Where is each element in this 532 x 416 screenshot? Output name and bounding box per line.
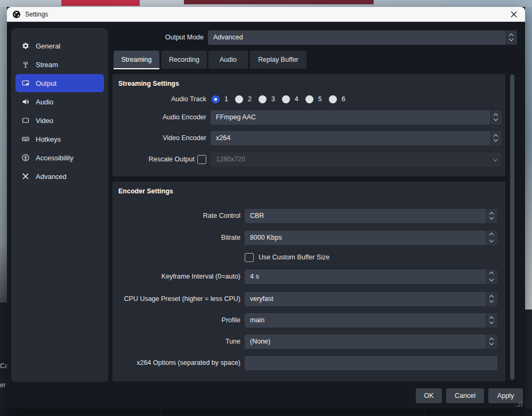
keyframe-interval-value: 4 s — [250, 270, 482, 284]
rate-control-label: Rate Control — [112, 209, 240, 223]
tune-label: Tune — [112, 335, 240, 349]
chevron-updown-icon[interactable] — [506, 30, 517, 45]
sidebar-item-label: Output — [36, 79, 57, 87]
spinner-arrows-icon[interactable] — [486, 270, 497, 284]
radio-label: 1 — [224, 95, 228, 103]
sidebar-item-label: Audio — [36, 98, 53, 106]
background-text-fragment: Ca — [0, 362, 7, 370]
sidebar-item-label: Accessibility — [36, 154, 74, 162]
chevron-updown-icon[interactable] — [490, 110, 502, 125]
resize-grip[interactable] — [517, 401, 523, 407]
radio-track-1[interactable] — [212, 95, 220, 103]
radio-label: 4 — [295, 95, 299, 103]
audio-encoder-value: FFmpeg AAC — [216, 110, 487, 125]
output-display-icon — [21, 78, 30, 88]
tab-audio[interactable]: Audio — [208, 51, 248, 69]
sidebar-item-video[interactable]: Video — [15, 111, 104, 129]
divider — [424, 409, 424, 416]
sidebar-item-label: General — [36, 42, 60, 50]
chevron-updown-icon[interactable] — [486, 335, 497, 349]
chevron-updown-icon[interactable] — [490, 131, 502, 145]
cancel-button[interactable]: Cancel — [446, 388, 484, 403]
background-window-left: Ca er — [0, 303, 7, 416]
tune-select[interactable]: (None) — [245, 335, 497, 349]
video-encoder-label: Video Encoder — [112, 131, 206, 145]
close-icon[interactable] — [508, 9, 520, 20]
streaming-settings-group: Streaming Settings Audio Track 1 2 3 4 5… — [112, 74, 505, 176]
radio-track-2[interactable] — [235, 95, 243, 103]
background-window-red-bar — [61, 0, 140, 6]
radio-label: 2 — [248, 95, 252, 103]
tune-value: (None) — [250, 335, 482, 349]
tools-icon — [21, 172, 30, 181]
background-text-fragment: er — [0, 381, 6, 389]
keyboard-icon — [21, 134, 30, 144]
video-encoder-select[interactable]: x264 — [211, 131, 502, 145]
bitrate-value: 8000 Kbps — [250, 231, 482, 245]
radio-track-6[interactable] — [329, 95, 337, 103]
x264-options-label: x264 Options (separated by space) — [112, 356, 240, 370]
radio-track-3[interactable] — [259, 95, 267, 103]
spinner-arrows-icon[interactable] — [486, 231, 497, 245]
rescale-output-label: Rescale Output — [112, 152, 195, 167]
tab-streaming[interactable]: Streaming — [114, 51, 159, 69]
x264-options-input[interactable] — [245, 356, 497, 370]
profile-value: main — [250, 313, 482, 328]
chevron-updown-icon[interactable] — [486, 209, 497, 223]
tab-recording[interactable]: Recording — [162, 51, 207, 69]
radio-label: 6 — [342, 95, 345, 103]
tab-replay-buffer[interactable]: Replay Buffer — [250, 51, 307, 69]
sidebar-item-output[interactable]: Output — [15, 74, 104, 92]
chevron-updown-icon[interactable] — [486, 292, 497, 306]
background-window-maroon-bar — [184, 0, 374, 4]
radio-track-4[interactable] — [282, 95, 290, 103]
audio-encoder-label: Audio Encoder — [112, 110, 206, 125]
profile-select[interactable]: main — [245, 313, 497, 328]
chevron-updown-icon[interactable] — [486, 313, 497, 328]
sidebar-item-label: Video — [36, 117, 53, 125]
sidebar-item-stream[interactable]: Stream — [15, 55, 104, 74]
bitrate-label: Bitrate — [112, 231, 240, 245]
video-encoder-value: x264 — [216, 131, 487, 145]
sidebar-item-audio[interactable]: Audio — [15, 93, 104, 111]
use-custom-buffer-checkbox[interactable] — [245, 253, 254, 262]
radio-track-5[interactable] — [305, 95, 313, 103]
audio-encoder-select[interactable]: FFmpeg AAC — [211, 110, 502, 125]
settings-sidebar: General Stream Output — [11, 28, 108, 382]
output-mode-label: Output Mode — [112, 30, 204, 45]
background-window-right — [525, 309, 532, 416]
sidebar-item-general[interactable]: General — [15, 37, 104, 55]
rescale-resolution-select: 1280x720 — [211, 152, 502, 167]
sidebar-item-label: Advanced — [36, 173, 67, 181]
background-window-bottom — [0, 409, 532, 416]
settings-body: General Stream Output — [7, 22, 525, 409]
rate-control-select[interactable]: CBR — [245, 209, 497, 223]
audio-track-label: Audio Track — [112, 92, 206, 106]
group-title: Streaming Settings — [118, 80, 179, 87]
output-mode-value: Advanced — [213, 30, 502, 45]
group-title: Encoder Settings — [118, 187, 173, 195]
chevron-down-icon — [490, 152, 502, 167]
antenna-icon — [21, 60, 30, 69]
keyframe-interval-spinbox[interactable]: 4 s — [245, 270, 497, 284]
ok-button[interactable]: OK — [416, 388, 442, 403]
sidebar-item-label: Stream — [36, 61, 58, 69]
profile-label: Profile — [112, 313, 240, 328]
desktop-background-right — [525, 7, 532, 309]
bitrate-spinbox[interactable]: 8000 Kbps — [245, 231, 497, 245]
window-title: Settings — [25, 11, 48, 18]
audio-track-radios: 1 2 3 4 5 6 — [212, 92, 348, 106]
scrollbar-thumb[interactable] — [510, 75, 514, 380]
rescale-output-checkbox[interactable] — [197, 155, 206, 164]
speaker-icon — [21, 97, 30, 107]
cpu-preset-select[interactable]: veryfast — [245, 292, 497, 306]
encoder-settings-group: Encoder Settings Rate Control CBR Bitrat… — [112, 182, 505, 381]
sidebar-item-accessibility[interactable]: Accessibility — [15, 149, 104, 167]
sidebar-item-hotkeys[interactable]: Hotkeys — [15, 130, 104, 148]
cpu-preset-value: veryfast — [250, 292, 482, 306]
sidebar-item-advanced[interactable]: Advanced — [15, 167, 104, 185]
settings-window: Settings General Stream — [7, 7, 525, 409]
output-mode-select[interactable]: Advanced — [208, 30, 517, 45]
cpu-preset-label: CPU Usage Preset (higher = less CPU) — [112, 292, 240, 306]
divider — [160, 409, 160, 416]
